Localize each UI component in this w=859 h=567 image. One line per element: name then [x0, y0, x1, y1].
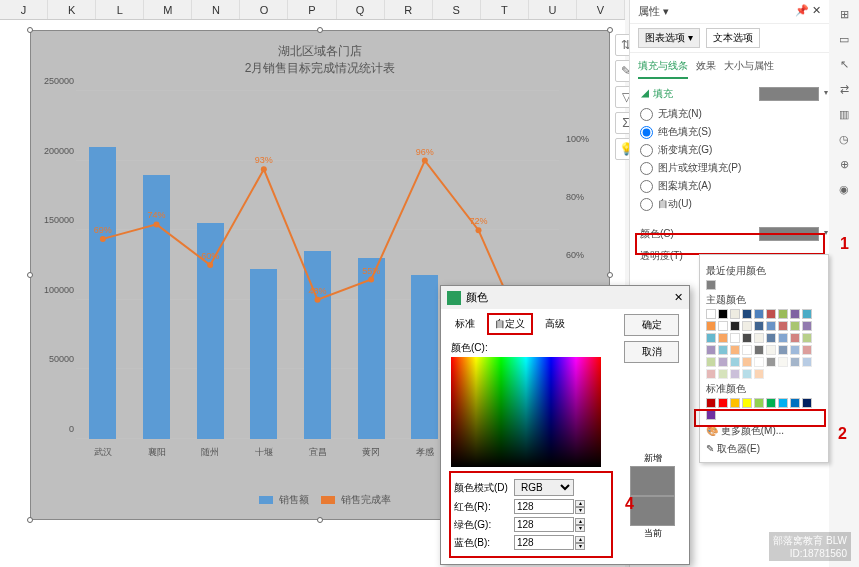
- location-icon[interactable]: ◉: [833, 178, 855, 200]
- cancel-button[interactable]: 取消: [624, 341, 679, 363]
- resize-handle[interactable]: [27, 517, 33, 523]
- spin-up[interactable]: ▴: [575, 500, 585, 507]
- col-K[interactable]: K: [48, 0, 96, 19]
- theme-swatch[interactable]: [706, 309, 716, 319]
- theme-swatch[interactable]: [730, 309, 740, 319]
- theme-swatch[interactable]: [742, 345, 752, 355]
- color-dropdown[interactable]: [759, 227, 819, 241]
- std-swatch[interactable]: [718, 398, 728, 408]
- theme-swatch[interactable]: [778, 309, 788, 319]
- theme-swatch[interactable]: [754, 309, 764, 319]
- theme-swatch[interactable]: [790, 309, 800, 319]
- std-swatch[interactable]: [778, 398, 788, 408]
- theme-swatch[interactable]: [766, 321, 776, 331]
- fill-none[interactable]: 无填充(N): [640, 107, 819, 121]
- theme-swatch[interactable]: [802, 357, 812, 367]
- theme-swatch[interactable]: [802, 333, 812, 343]
- resize-handle[interactable]: [607, 27, 613, 33]
- theme-swatch[interactable]: [778, 357, 788, 367]
- blue-input[interactable]: [514, 535, 574, 550]
- tab-custom[interactable]: 自定义: [489, 315, 531, 333]
- theme-swatch[interactable]: [718, 345, 728, 355]
- theme-swatch[interactable]: [730, 333, 740, 343]
- close-icon[interactable]: ✕: [674, 291, 683, 304]
- theme-swatch[interactable]: [706, 333, 716, 343]
- col-M[interactable]: M: [144, 0, 192, 19]
- theme-swatch[interactable]: [778, 333, 788, 343]
- std-swatch[interactable]: [730, 398, 740, 408]
- theme-swatch[interactable]: [718, 321, 728, 331]
- theme-swatch[interactable]: [802, 321, 812, 331]
- theme-swatch[interactable]: [802, 309, 812, 319]
- spin-down[interactable]: ▾: [575, 543, 585, 550]
- clock-icon[interactable]: ◷: [833, 128, 855, 150]
- col-Q[interactable]: Q: [337, 0, 385, 19]
- more-colors-link[interactable]: 🎨 更多颜色(M)...: [706, 424, 822, 438]
- strip-icon[interactable]: ▭: [833, 28, 855, 50]
- tab-text-options[interactable]: 文本选项: [706, 28, 760, 48]
- theme-swatch[interactable]: [730, 357, 740, 367]
- theme-swatch[interactable]: [742, 369, 752, 379]
- eyedropper-link[interactable]: ✎ 取色器(E): [706, 442, 822, 456]
- theme-swatch[interactable]: [730, 345, 740, 355]
- fill-picture[interactable]: 图片或纹理填充(P): [640, 161, 819, 175]
- theme-swatch[interactable]: [754, 333, 764, 343]
- theme-swatch[interactable]: [706, 357, 716, 367]
- theme-swatch[interactable]: [754, 357, 764, 367]
- tab-standard[interactable]: 标准: [449, 315, 481, 333]
- spin-up[interactable]: ▴: [575, 518, 585, 525]
- green-input[interactable]: [514, 517, 574, 532]
- std-swatch[interactable]: [706, 410, 716, 420]
- theme-swatch[interactable]: [718, 357, 728, 367]
- fill-section-title[interactable]: ◢ 填充: [640, 87, 819, 101]
- std-swatch[interactable]: [742, 398, 752, 408]
- color-mode-select[interactable]: RGB: [514, 479, 574, 496]
- spin-up[interactable]: ▴: [575, 536, 585, 543]
- col-L[interactable]: L: [96, 0, 144, 19]
- fill-color-swatch[interactable]: [759, 87, 819, 101]
- theme-swatch[interactable]: [730, 369, 740, 379]
- theme-swatch[interactable]: [742, 333, 752, 343]
- tab-fill-line[interactable]: 填充与线条: [638, 59, 688, 79]
- theme-swatch[interactable]: [742, 309, 752, 319]
- resize-handle[interactable]: [27, 27, 33, 33]
- theme-swatch[interactable]: [778, 345, 788, 355]
- theme-swatch[interactable]: [742, 357, 752, 367]
- red-input[interactable]: [514, 499, 574, 514]
- resize-handle[interactable]: [317, 517, 323, 523]
- col-R[interactable]: R: [385, 0, 433, 19]
- theme-swatch[interactable]: [766, 309, 776, 319]
- theme-swatch[interactable]: [790, 345, 800, 355]
- fill-auto[interactable]: 自动(U): [640, 197, 819, 211]
- col-U[interactable]: U: [529, 0, 577, 19]
- pin-icon[interactable]: 📌 ✕: [795, 4, 821, 19]
- spin-down[interactable]: ▾: [575, 507, 585, 514]
- theme-swatch[interactable]: [790, 333, 800, 343]
- col-V[interactable]: V: [577, 0, 625, 19]
- theme-swatch[interactable]: [766, 357, 776, 367]
- col-J[interactable]: J: [0, 0, 48, 19]
- theme-swatch[interactable]: [790, 357, 800, 367]
- tab-chart-options[interactable]: 图表选项 ▾: [638, 28, 700, 48]
- spin-down[interactable]: ▾: [575, 525, 585, 532]
- chart-title[interactable]: 湖北区域各门店 2月销售目标完成情况统计表: [31, 31, 609, 85]
- theme-swatch[interactable]: [730, 321, 740, 331]
- theme-swatch[interactable]: [706, 369, 716, 379]
- col-N[interactable]: N: [192, 0, 240, 19]
- resize-handle[interactable]: [27, 272, 33, 278]
- tab-advanced[interactable]: 高级: [539, 315, 571, 333]
- col-T[interactable]: T: [481, 0, 529, 19]
- cursor-icon[interactable]: ↖: [833, 53, 855, 75]
- col-S[interactable]: S: [433, 0, 481, 19]
- std-swatch[interactable]: [754, 398, 764, 408]
- dialog-titlebar[interactable]: 颜色 ✕: [441, 286, 689, 309]
- theme-swatch[interactable]: [706, 345, 716, 355]
- tab-size-props[interactable]: 大小与属性: [724, 59, 774, 79]
- theme-swatch[interactable]: [754, 345, 764, 355]
- ok-button[interactable]: 确定: [624, 314, 679, 336]
- help-icon[interactable]: ⊕: [833, 153, 855, 175]
- fill-gradient[interactable]: 渐变填充(G): [640, 143, 819, 157]
- theme-swatch[interactable]: [754, 321, 764, 331]
- col-O[interactable]: O: [240, 0, 288, 19]
- std-swatch[interactable]: [766, 398, 776, 408]
